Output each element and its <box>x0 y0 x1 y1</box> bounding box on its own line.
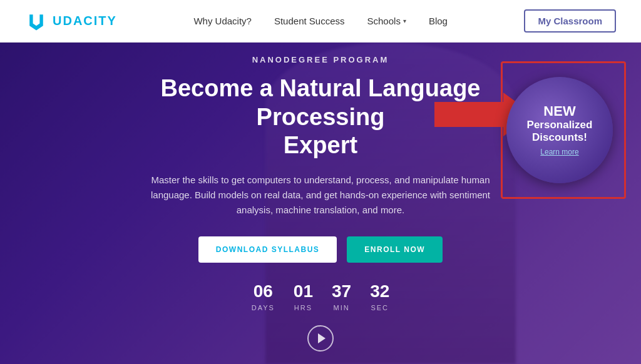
countdown-hrs-label: HRS <box>294 304 312 311</box>
hero-section: NANODEGREE PROGRAM Become a Natural Lang… <box>0 43 641 364</box>
navbar: UDACITY Why Udacity? Student Success Sch… <box>0 0 641 43</box>
hero-title-line1: Become a Natural Language Processing <box>160 75 480 130</box>
nav-link-blog[interactable]: Blog <box>429 16 448 26</box>
play-icon <box>318 333 326 343</box>
nav-links: Why Udacity? Student Success Schools ▾ B… <box>193 16 448 27</box>
nav-link-why-udacity[interactable]: Why Udacity? <box>193 16 252 26</box>
logo-text: UDACITY <box>53 14 117 28</box>
countdown-hrs: 01 HRS <box>294 281 313 313</box>
nav-item-student-success[interactable]: Student Success <box>274 16 345 27</box>
countdown-days: 06 DAYS <box>252 281 275 313</box>
nav-link-schools[interactable]: Schools ▾ <box>367 16 406 26</box>
countdown-hrs-number: 01 <box>294 281 313 301</box>
countdown-sec-label: SEC <box>371 304 389 311</box>
countdown-sec: 32 SEC <box>370 281 389 313</box>
discount-text: Personalized Discounts! <box>519 119 600 144</box>
hero-description: Master the skills to get computers to un… <box>145 173 496 218</box>
countdown-sec-number: 32 <box>370 281 389 301</box>
discount-new-label: NEW <box>543 104 575 119</box>
countdown-min-number: 37 <box>332 281 351 301</box>
countdown-min: 37 MIN <box>332 281 351 313</box>
nav-link-student-success[interactable]: Student Success <box>274 16 345 26</box>
play-button[interactable] <box>307 325 334 351</box>
chevron-down-icon: ▾ <box>403 18 406 24</box>
discount-badge[interactable]: NEW Personalized Discounts! Learn more <box>506 77 613 183</box>
countdown-days-label: DAYS <box>252 304 275 311</box>
nanodegree-label: NANODEGREE PROGRAM <box>120 55 521 64</box>
hero-title-line2: Expert <box>284 132 357 158</box>
my-classroom-button[interactable]: My Classroom <box>524 9 616 33</box>
hero-buttons: DOWNLOAD SYLLABUS ENROLL NOW <box>120 236 521 263</box>
countdown-days-number: 06 <box>252 281 275 301</box>
nav-item-blog[interactable]: Blog <box>429 16 448 27</box>
nav-item-schools[interactable]: Schools ▾ <box>367 16 406 26</box>
download-syllabus-button[interactable]: DOWNLOAD SYLLABUS <box>198 236 337 263</box>
logo-icon <box>25 10 48 33</box>
discount-learn-more-link[interactable]: Learn more <box>540 148 578 156</box>
enroll-now-button[interactable]: ENROLL NOW <box>347 236 443 263</box>
countdown: 06 DAYS 01 HRS 37 MIN 32 SEC <box>120 281 521 313</box>
logo[interactable]: UDACITY <box>25 10 117 33</box>
countdown-min-label: MIN <box>333 304 349 311</box>
nav-item-why-udacity[interactable]: Why Udacity? <box>193 16 252 27</box>
